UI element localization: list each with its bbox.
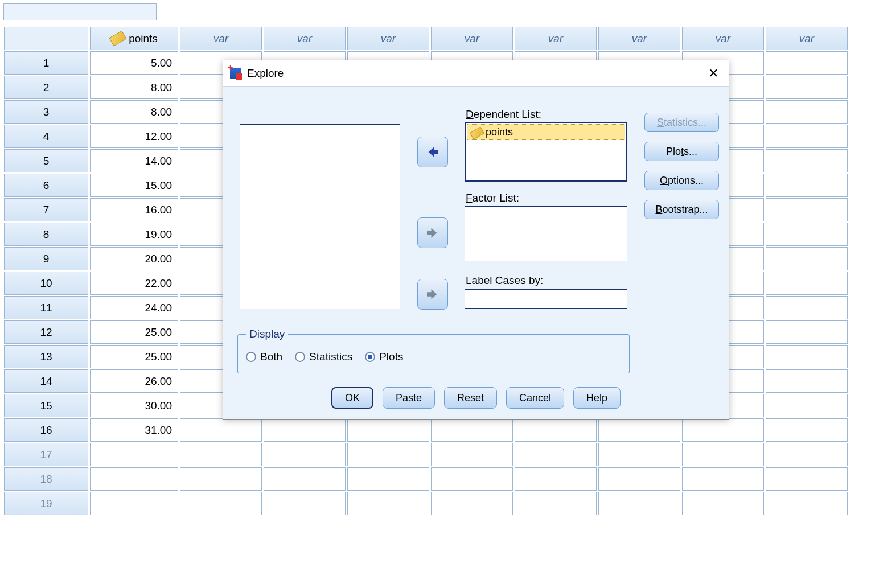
- cell[interactable]: 14.00: [90, 149, 178, 172]
- cell[interactable]: [766, 443, 848, 466]
- plots-button[interactable]: Plots...: [644, 142, 719, 161]
- cell[interactable]: [515, 418, 597, 442]
- row-header[interactable]: 4: [4, 125, 88, 148]
- cell[interactable]: [264, 418, 346, 442]
- paste-button[interactable]: Paste: [383, 387, 435, 409]
- options-button[interactable]: Options...: [644, 171, 719, 190]
- ok-button[interactable]: OK: [331, 387, 373, 409]
- row-header[interactable]: 19: [4, 492, 88, 515]
- column-header-var[interactable]: var: [431, 27, 513, 50]
- cell[interactable]: [682, 492, 764, 515]
- row-header[interactable]: 11: [4, 296, 88, 319]
- cell[interactable]: [347, 492, 429, 515]
- row-header[interactable]: 3: [4, 100, 88, 124]
- move-to-labelcases-button[interactable]: [417, 279, 448, 310]
- table-row[interactable]: 17: [4, 443, 848, 466]
- cell[interactable]: [347, 443, 429, 466]
- cell[interactable]: [766, 345, 848, 368]
- cell[interactable]: [766, 492, 848, 515]
- cell[interactable]: [766, 247, 848, 270]
- cell[interactable]: [766, 418, 848, 442]
- cell[interactable]: [180, 492, 262, 515]
- cell[interactable]: [347, 418, 429, 442]
- display-both-radio[interactable]: Both: [246, 351, 282, 363]
- column-header-points[interactable]: points: [90, 27, 178, 50]
- column-headers[interactable]: points var var var var var var var var: [4, 27, 848, 50]
- display-plots-radio[interactable]: Plots: [365, 351, 403, 363]
- row-header[interactable]: 10: [4, 272, 88, 295]
- cell[interactable]: 8.00: [90, 100, 178, 124]
- cell[interactable]: 5.00: [90, 51, 178, 75]
- cell[interactable]: [766, 296, 848, 319]
- row-header[interactable]: 15: [4, 394, 88, 417]
- cell[interactable]: [766, 76, 848, 99]
- label-cases-list[interactable]: [465, 289, 627, 309]
- table-row[interactable]: 18: [4, 467, 848, 491]
- cell[interactable]: [264, 492, 346, 515]
- cell[interactable]: [598, 418, 680, 442]
- cell[interactable]: [766, 320, 848, 344]
- cell[interactable]: [264, 467, 346, 491]
- row-header[interactable]: 18: [4, 467, 88, 491]
- column-header-var[interactable]: var: [347, 27, 429, 50]
- table-row[interactable]: 19: [4, 492, 848, 515]
- cell[interactable]: [766, 394, 848, 417]
- bootstrap-button[interactable]: Bootstrap...: [644, 200, 719, 219]
- reset-button[interactable]: Reset: [444, 387, 497, 409]
- dependent-item-points[interactable]: points: [467, 124, 625, 140]
- display-statistics-radio[interactable]: Statistics: [295, 351, 352, 363]
- close-button[interactable]: ✕: [705, 65, 722, 82]
- cell[interactable]: 20.00: [90, 247, 178, 270]
- cell[interactable]: [766, 125, 848, 148]
- row-header[interactable]: 1: [4, 51, 88, 75]
- cell[interactable]: [598, 467, 680, 491]
- dialog-titlebar[interactable]: Explore ✕: [223, 60, 729, 87]
- row-header[interactable]: 17: [4, 443, 88, 466]
- row-header[interactable]: 16: [4, 418, 88, 442]
- cell[interactable]: [431, 418, 513, 442]
- cell[interactable]: [90, 443, 178, 466]
- row-header[interactable]: 13: [4, 345, 88, 368]
- cell[interactable]: 16.00: [90, 198, 178, 221]
- column-header-var[interactable]: var: [515, 27, 597, 50]
- dependent-list[interactable]: points: [465, 122, 627, 182]
- cell[interactable]: [431, 467, 513, 491]
- row-header[interactable]: 5: [4, 149, 88, 172]
- cell[interactable]: [766, 100, 848, 124]
- column-header-var[interactable]: var: [598, 27, 680, 50]
- cell[interactable]: [766, 223, 848, 246]
- cell[interactable]: [90, 492, 178, 515]
- move-to-dependent-button[interactable]: [417, 137, 448, 167]
- source-variable-list[interactable]: [240, 124, 400, 309]
- row-header[interactable]: 14: [4, 369, 88, 393]
- cell[interactable]: [766, 467, 848, 491]
- cell[interactable]: 12.00: [90, 125, 178, 148]
- cell[interactable]: [431, 443, 513, 466]
- cell[interactable]: [766, 51, 848, 75]
- cell[interactable]: [180, 443, 262, 466]
- cell[interactable]: 26.00: [90, 369, 178, 393]
- cell[interactable]: [682, 443, 764, 466]
- cell[interactable]: [515, 467, 597, 491]
- cell[interactable]: [598, 443, 680, 466]
- row-header[interactable]: 7: [4, 198, 88, 221]
- row-header[interactable]: 12: [4, 320, 88, 344]
- cell[interactable]: 30.00: [90, 394, 178, 417]
- cell[interactable]: 25.00: [90, 320, 178, 344]
- column-header-var[interactable]: var: [180, 27, 262, 50]
- cell[interactable]: [682, 467, 764, 491]
- factor-list[interactable]: [465, 206, 627, 261]
- cell[interactable]: [766, 149, 848, 172]
- row-header[interactable]: 2: [4, 76, 88, 99]
- cell[interactable]: [264, 443, 346, 466]
- cell[interactable]: 19.00: [90, 223, 178, 246]
- move-to-factor-button[interactable]: [417, 217, 448, 248]
- cell[interactable]: 31.00: [90, 418, 178, 442]
- cell[interactable]: [766, 174, 848, 197]
- help-button[interactable]: Help: [573, 387, 621, 409]
- column-header-var[interactable]: var: [264, 27, 346, 50]
- column-header-var[interactable]: var: [682, 27, 764, 50]
- cell[interactable]: [515, 443, 597, 466]
- cell[interactable]: [682, 418, 764, 442]
- cell[interactable]: [766, 272, 848, 295]
